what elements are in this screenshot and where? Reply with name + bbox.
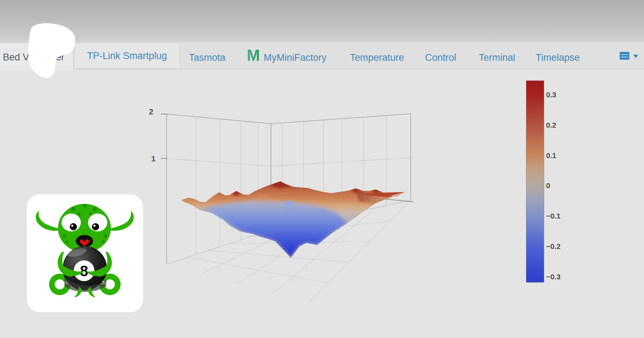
octoprint-screen: Bed Visualizer TP-Link Smartplug Tasmota…	[0, 0, 644, 338]
colorbar-tick: 0.2	[546, 121, 556, 129]
svg-text:M: M	[247, 47, 260, 63]
bed-mesh-surface	[181, 181, 405, 258]
caret-down-icon	[633, 55, 638, 58]
colorbar-tick: −0.3	[546, 273, 561, 281]
tab-tp-link-smartplug[interactable]: TP-Link Smartplug	[74, 43, 180, 69]
tab-timelapse[interactable]: Timelapse	[536, 52, 580, 63]
tab-tasmota[interactable]: Tasmota	[189, 52, 225, 63]
tab-temperature[interactable]: Temperature	[350, 52, 404, 63]
colorbar: 0.3 0.2 0.1 0 −0.1 −0.2 −0.3	[526, 80, 561, 282]
tab-bar-divider	[73, 69, 644, 69]
tab-bar: Bed Visualizer TP-Link Smartplug Tasmota…	[0, 43, 644, 70]
colorbar-tick: 0	[546, 182, 550, 190]
list-icon	[620, 52, 629, 60]
tab-myminifactory[interactable]: M MyMiniFactory	[245, 47, 327, 63]
annotation-blob	[26, 21, 78, 80]
colorbar-tick: −0.1	[546, 212, 561, 220]
octoprint-logo: 8	[27, 194, 143, 312]
tab-overflow-button[interactable]	[619, 51, 640, 62]
z-tick-2: 2	[149, 108, 153, 116]
tab-tp-link-smartplug-label: TP-Link Smartplug	[87, 50, 167, 62]
z-tick-1: 1	[151, 155, 156, 163]
tab-control[interactable]: Control	[425, 52, 456, 63]
myminifactory-icon: M	[245, 47, 261, 63]
colorbar-tick: −0.2	[546, 242, 561, 250]
tab-terminal[interactable]: Terminal	[479, 52, 515, 63]
tab-myminifactory-label: MyMiniFactory	[264, 52, 327, 63]
eight-ball-number: 8	[80, 263, 88, 279]
colorbar-tick: 0.1	[546, 151, 556, 160]
window-chrome	[0, 0, 644, 43]
z-axis-labels: 2 1	[149, 108, 156, 163]
y-axis-line	[383, 199, 414, 202]
colorbar-tick: 0.3	[546, 90, 556, 99]
